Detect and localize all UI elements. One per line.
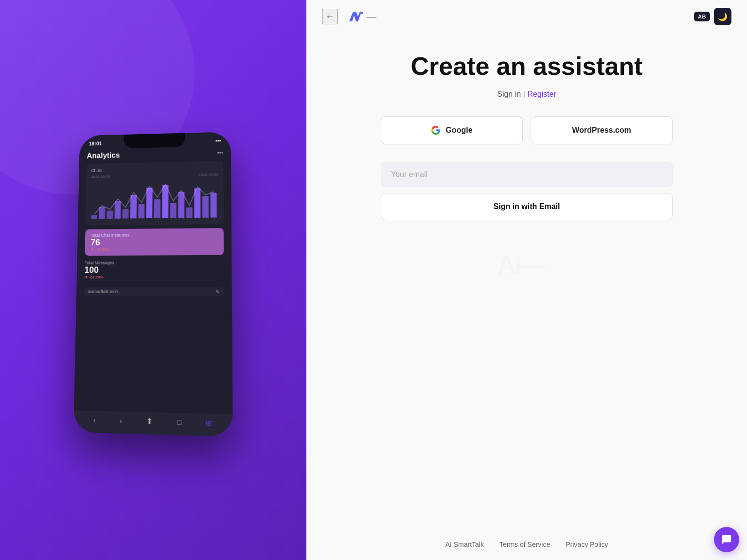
svg-rect-7	[146, 188, 153, 218]
email-input[interactable]	[381, 162, 673, 187]
register-link[interactable]: Register	[527, 90, 556, 98]
phone-bottom-bar: ‹ › ⬆ □ ⊞	[73, 410, 233, 437]
logo-dash: —	[367, 11, 376, 22]
footer-links: AI SmartTalk Terms of Service Privacy Po…	[306, 541, 747, 548]
signin-row: Sign in | Register	[497, 90, 556, 99]
stat-card-1: Total Chat Instances 76 ▼ -67.93%	[85, 228, 224, 256]
chart-date-end: 2024-05-20	[198, 173, 218, 177]
chart-svg	[90, 179, 218, 219]
chat-icon	[721, 534, 732, 545]
google-icon	[431, 125, 441, 135]
phone-icons: ▪▪▪	[215, 138, 221, 143]
google-signin-button[interactable]: Google	[381, 116, 523, 144]
svg-rect-9	[162, 185, 168, 218]
logo-area: —	[347, 10, 376, 23]
svg-rect-10	[170, 203, 177, 218]
phone-time: 18:01	[89, 140, 102, 146]
svg-rect-2	[107, 210, 113, 219]
wordpress-label: WordPress.com	[572, 126, 631, 135]
phone-screen: 18:01 ▪▪▪ Analytics ••• Chats 2023-05-08…	[73, 132, 233, 437]
email-section: Sign in with Email	[381, 162, 673, 220]
svg-rect-4	[123, 209, 129, 219]
svg-rect-1	[99, 207, 105, 219]
watermark-logo: AI—	[498, 249, 556, 284]
header-right: AB 🌙	[694, 8, 731, 25]
phone-content: Analytics ••• Chats 2023-05-08 2024-05-2…	[77, 145, 232, 285]
google-label: Google	[445, 126, 472, 135]
svg-rect-14	[202, 196, 209, 218]
svg-rect-15	[211, 192, 217, 217]
phone-mockup: 18:01 ▪▪▪ Analytics ••• Chats 2023-05-08…	[73, 132, 233, 437]
dark-mode-toggle[interactable]: 🌙	[714, 8, 731, 25]
stat1-change: ▼ -67.93%	[90, 247, 218, 252]
phone-tabs-icon: □	[177, 418, 181, 426]
signin-text: Sign in |	[497, 90, 527, 98]
chart-date-start: 2023-05-08	[91, 175, 110, 179]
ab-badge[interactable]: AB	[694, 12, 710, 21]
svg-rect-3	[115, 201, 121, 219]
phone-notch	[124, 133, 185, 149]
left-panel: 18:01 ▪▪▪ Analytics ••• Chats 2023-05-08…	[0, 0, 306, 560]
svg-rect-12	[186, 207, 193, 218]
stat2-change: ▼ -67.74%	[84, 275, 224, 280]
phone-url-text: aismarttalk.tech	[88, 289, 118, 294]
footer-link-privacy[interactable]: Privacy Policy	[566, 541, 608, 548]
phone-bookmark-icon: ⊞	[206, 419, 213, 427]
chat-widget[interactable]	[714, 527, 739, 552]
phone-app-title: Analytics	[87, 151, 120, 160]
phone-app-header: Analytics •••	[87, 149, 223, 160]
stat-card-2: Total Messages 100 ▼ -67.74%	[84, 258, 224, 281]
header-left: ← —	[322, 9, 376, 24]
logo-icon	[347, 10, 363, 23]
wordpress-signin-button[interactable]: WordPress.com	[531, 116, 673, 144]
footer-link-tos[interactable]: Terms of Service	[499, 541, 550, 548]
phone-refresh-icon: ↻	[216, 289, 220, 294]
svg-rect-0	[91, 215, 97, 219]
phone-back-icon: ‹	[93, 416, 96, 424]
watermark-svg: AI—	[498, 249, 556, 279]
page-title: Create an assistant	[411, 52, 643, 80]
phone-forward-icon: ›	[120, 417, 122, 425]
signin-email-button[interactable]: Sign in with Email	[381, 193, 673, 220]
svg-rect-8	[154, 199, 160, 218]
svg-text:AI—: AI—	[498, 251, 546, 279]
right-header: ← — AB 🌙	[306, 0, 747, 33]
svg-rect-11	[178, 192, 184, 218]
back-button[interactable]: ←	[322, 9, 338, 24]
right-content: Create an assistant Sign in | Register G…	[306, 33, 747, 560]
chart-label: Chats	[91, 166, 218, 173]
svg-rect-6	[138, 204, 144, 218]
footer-link-aismarttalk[interactable]: AI SmartTalk	[445, 541, 484, 548]
stat2-value: 100	[85, 265, 224, 275]
phone-menu-icon: •••	[217, 150, 223, 157]
stat1-value: 76	[90, 237, 217, 247]
phone-share-icon: ⬆	[146, 416, 152, 426]
phone-url-bar: aismarttalk.tech ↻	[84, 287, 224, 297]
oauth-buttons: Google WordPress.com	[381, 116, 673, 144]
svg-rect-5	[130, 195, 137, 218]
chart-area: Chats 2023-05-08 2024-05-20	[86, 161, 224, 226]
right-panel: ← — AB 🌙 Create an assistant	[306, 0, 747, 560]
chart-dates: 2023-05-08 2024-05-20	[91, 173, 218, 179]
